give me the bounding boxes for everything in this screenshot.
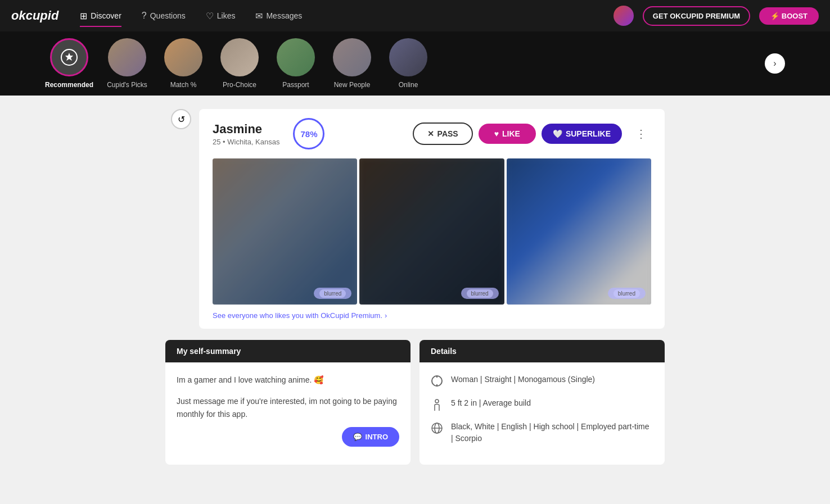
category-label-new-people: New People (334, 81, 371, 89)
self-summary-card: My self-summary Im a gamer and I love wa… (165, 340, 411, 465)
detail-text-background: Black, White | English | High school | E… (451, 421, 653, 444)
superlike-icon: 🤍 (553, 129, 562, 138)
main-content: ↺ Jasmine 25 • Wichita, Kansas 78% ✕ PAS (156, 109, 674, 465)
category-thumb-recommended (50, 38, 88, 76)
photo-2[interactable]: blurred (359, 158, 504, 305)
chevron-right-icon: › (773, 58, 776, 69)
category-passport[interactable]: Passport (273, 38, 318, 89)
photo-badge-1: blurred (314, 288, 351, 299)
category-label-online: Online (399, 81, 418, 89)
self-summary-body: Im a gamer and I love watching anime. 🥰 … (165, 362, 411, 452)
detail-text-gender: Woman | Straight | Monogamous (Single) (451, 374, 595, 385)
details-body: Woman | Straight | Monogamous (Single) 5… (419, 362, 665, 465)
about-grid: My self-summary Im a gamer and I love wa… (165, 340, 665, 465)
logo: okcupid (11, 8, 58, 23)
category-pro-choice[interactable]: Pro-Choice (217, 38, 262, 89)
discover-icon: ⊞ (80, 11, 87, 21)
category-thumb-pro-choice (220, 38, 259, 76)
match-percentage: 78% (293, 118, 324, 149)
self-summary-header: My self-summary (165, 340, 411, 362)
category-label-cupids: Cupid's Picks (107, 81, 147, 89)
profile-name: Jasmine (213, 122, 279, 137)
more-options-button[interactable]: ⋮ (631, 125, 651, 143)
nav-messages[interactable]: ✉ Messages (247, 6, 310, 26)
premium-prompt[interactable]: See everyone who likes you with OkCupid … (199, 305, 665, 329)
self-summary-text1: Im a gamer and I love watching anime. 🥰 (177, 374, 399, 386)
nav-questions[interactable]: ? Questions (134, 6, 193, 25)
pass-button[interactable]: ✕ PASS (413, 122, 473, 145)
x-icon: ✕ (427, 129, 434, 138)
nav-likes[interactable]: ♡ Likes (198, 6, 243, 26)
profile-header: Jasmine 25 • Wichita, Kansas 78% ✕ PASS … (199, 109, 665, 158)
height-icon (431, 398, 444, 412)
likes-icon: ♡ (206, 11, 214, 21)
category-new-people[interactable]: New People (330, 38, 375, 89)
questions-icon: ? (142, 11, 147, 21)
detail-text-height: 5 ft 2 in | Average build (451, 397, 531, 409)
photo-badge-3: blurred (608, 288, 646, 299)
gender-icon (431, 375, 444, 388)
category-bar: Recommended Cupid's Picks Match % Pro-Ch… (0, 31, 830, 96)
details-card: Details Woman | Straight | Monogamous (S… (419, 340, 665, 465)
photo-badge-2: blurred (461, 288, 499, 299)
category-cupids-picks[interactable]: Cupid's Picks (105, 38, 150, 89)
category-thumb-online (389, 38, 427, 76)
self-summary-text2: Just message me if you're interested, im… (177, 395, 399, 420)
photo-3[interactable]: blurred (507, 158, 651, 305)
avatar[interactable] (614, 6, 634, 26)
heart-icon: ♥ (494, 129, 499, 138)
category-recommended[interactable]: Recommended (45, 38, 93, 89)
profile-age-location: 25 • Wichita, Kansas (213, 138, 279, 146)
detail-row-height: 5 ft 2 in | Average build (431, 397, 653, 412)
category-thumb-passport (277, 38, 315, 76)
premium-button[interactable]: GET OKCUPID PREMIUM (643, 6, 750, 26)
category-thumb-match (164, 38, 202, 76)
category-online[interactable]: Online (386, 38, 431, 89)
next-button[interactable]: › (765, 53, 785, 74)
category-thumb-cupids (108, 38, 146, 76)
superlike-button[interactable]: 🤍 SUPERLIKE (542, 124, 622, 144)
detail-row-background: Black, White | English | High school | E… (431, 421, 653, 444)
boost-button[interactable]: ⚡ BOOST (759, 7, 819, 25)
category-match[interactable]: Match % (161, 38, 206, 89)
photo-1[interactable]: blurred (213, 158, 357, 305)
svg-point-4 (435, 399, 439, 403)
photos-row: blurred blurred blurred (199, 158, 665, 305)
navbar: okcupid ⊞ Discover ? Questions ♡ Likes ✉… (0, 0, 830, 31)
messages-icon: ✉ (255, 11, 263, 21)
profile-info: Jasmine 25 • Wichita, Kansas (213, 122, 279, 146)
undo-button[interactable]: ↺ (171, 109, 191, 129)
action-buttons: ✕ PASS ♥ LIKE 🤍 SUPERLIKE (413, 122, 622, 145)
profile-card: Jasmine 25 • Wichita, Kansas 78% ✕ PASS … (199, 109, 665, 329)
details-header: Details (419, 340, 665, 362)
like-button[interactable]: ♥ LIKE (479, 124, 536, 144)
intro-button[interactable]: 💬 INTRO (342, 427, 399, 447)
nav-discover[interactable]: ⊞ Discover (72, 6, 129, 26)
detail-row-gender: Woman | Straight | Monogamous (Single) (431, 374, 653, 388)
category-label-pro-choice: Pro-Choice (223, 81, 256, 89)
category-label-recommended: Recommended (45, 81, 93, 89)
globe-icon (431, 422, 444, 435)
category-label-passport: Passport (282, 81, 309, 89)
category-label-match: Match % (170, 81, 197, 89)
category-thumb-new-people (333, 38, 371, 76)
chat-icon: 💬 (353, 433, 362, 441)
